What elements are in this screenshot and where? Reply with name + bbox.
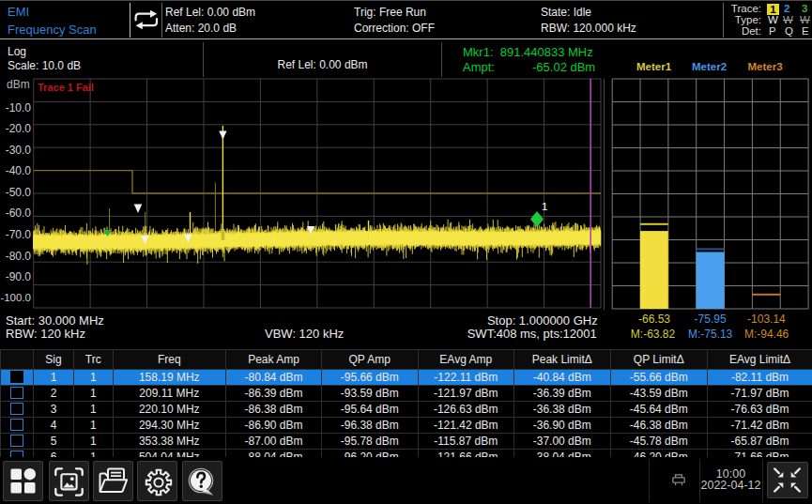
svg-text:-103.14: -103.14 bbox=[747, 313, 786, 326]
svg-text:-20.0: -20.0 bbox=[6, 122, 32, 135]
svg-text:dBm: dBm bbox=[7, 78, 30, 91]
svg-text:-10.0: -10.0 bbox=[6, 101, 32, 115]
svg-text:-40.0: -40.0 bbox=[6, 164, 32, 177]
svg-text:-75.95: -75.95 bbox=[695, 313, 727, 326]
svg-text:-66.53: -66.53 bbox=[638, 313, 670, 326]
svg-text:-60.0: -60.0 bbox=[6, 206, 32, 220]
svg-text:M:-63.82: M:-63.82 bbox=[631, 328, 676, 341]
svg-text:M:-94.46: M:-94.46 bbox=[744, 328, 789, 341]
svg-text:-90.0: -90.0 bbox=[6, 270, 32, 283]
svg-text:-50.0: -50.0 bbox=[6, 186, 32, 199]
svg-text:-30.0: -30.0 bbox=[6, 144, 32, 157]
svg-text:1: 1 bbox=[542, 201, 547, 212]
svg-text:Trace 1 Fail: Trace 1 Fail bbox=[38, 82, 94, 93]
svg-text:-70.0: -70.0 bbox=[6, 228, 32, 241]
svg-text:-100.0: -100.0 bbox=[0, 292, 31, 303]
svg-text:-80.0: -80.0 bbox=[6, 250, 32, 263]
svg-text:M:-75.13: M:-75.13 bbox=[688, 328, 733, 341]
